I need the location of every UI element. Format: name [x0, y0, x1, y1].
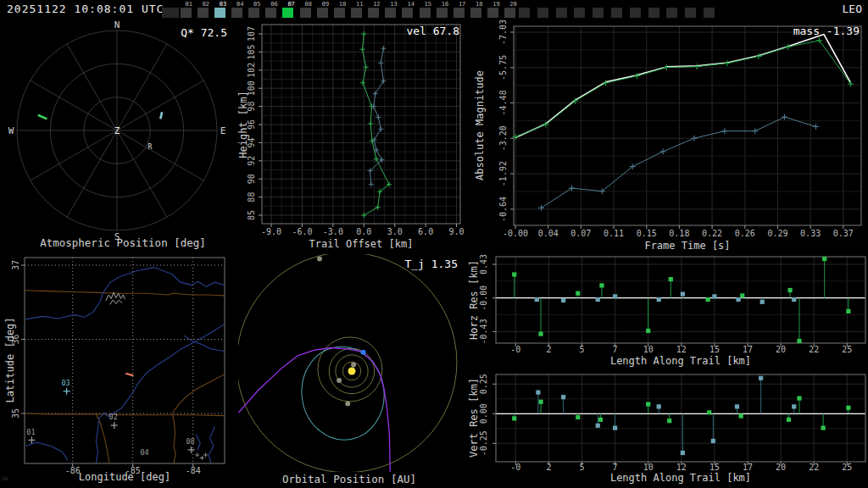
height-plot-ylabel: Height [km] — [237, 74, 249, 175]
svg-text:03: 03 — [61, 379, 70, 387]
svg-text:-3.20: -3.20 — [498, 125, 508, 151]
svg-text:20: 20 — [776, 463, 786, 472]
svg-text:22: 22 — [809, 463, 819, 472]
tisserand-stat: T_j 1.35 — [373, 258, 458, 270]
svg-text:2: 2 — [546, 463, 551, 472]
svg-text:15: 15 — [709, 345, 720, 354]
svg-text:0.15: 0.15 — [637, 229, 657, 238]
svg-text:17: 17 — [743, 345, 753, 354]
svg-text:0.43: 0.43 — [479, 254, 488, 274]
svg-text:5: 5 — [579, 345, 584, 354]
svg-text:5: 5 — [579, 463, 584, 472]
svg-text:2: 2 — [546, 345, 551, 354]
svg-text:N: N — [114, 19, 120, 30]
svg-text:105: 105 — [247, 44, 256, 59]
magnitude-plot: -0.000.040.070.110.150.180.220.260.290.3… — [498, 19, 861, 238]
svg-text:0.22: 0.22 — [702, 229, 722, 238]
orbital-position-plot — [236, 252, 457, 474]
svg-text:0.0: 0.0 — [356, 227, 371, 236]
svg-text:-6.0: -6.0 — [292, 227, 312, 236]
height-profile-plot: -9.0-6.0-3.00.03.06.09.01071051021009896… — [247, 25, 465, 236]
svg-text:3.0: 3.0 — [387, 227, 403, 236]
svg-text:0.33: 0.33 — [800, 229, 821, 238]
svg-text:-0.00: -0.00 — [479, 286, 488, 311]
svg-text:12: 12 — [676, 345, 687, 354]
svg-text:12: 12 — [676, 463, 687, 472]
svg-text:04: 04 — [140, 448, 148, 457]
map-ylabel: Latitude [deg] — [4, 305, 16, 415]
svg-text:-0.43: -0.43 — [479, 319, 488, 344]
svg-text:0.26: 0.26 — [735, 229, 755, 238]
svg-text:15: 15 — [709, 463, 720, 472]
svg-text:6.0: 6.0 — [418, 227, 433, 236]
svg-text:01: 01 — [26, 428, 35, 436]
svg-text:W: W — [8, 125, 14, 136]
svg-text:0.11: 0.11 — [604, 229, 624, 238]
svg-text:20: 20 — [776, 345, 786, 354]
svg-text:0.18: 0.18 — [669, 229, 689, 238]
svg-text:-0: -0 — [510, 463, 520, 472]
vert-res-ylabel: Vert Res [km] — [468, 371, 480, 464]
atmospheric-plot-title: Atmospheric Position [deg] — [21, 236, 225, 249]
svg-text:0.37: 0.37 — [833, 229, 854, 238]
svg-text:7: 7 — [613, 345, 618, 354]
svg-text:9.0: 9.0 — [449, 227, 465, 236]
svg-text:10: 10 — [643, 345, 654, 354]
orbital-plot-title: Orbital Position [AU] — [256, 473, 442, 485]
svg-text:02: 02 — [109, 413, 118, 421]
svg-text:-1.92: -1.92 — [498, 161, 508, 186]
svg-text:-0.25: -0.25 — [479, 430, 488, 456]
svg-text:107: 107 — [247, 26, 256, 42]
vert-res-xlabel: Length Along Trail [km] — [585, 472, 776, 484]
atmospheric-position-plot: NSWEZR — [8, 19, 226, 242]
svg-text:22: 22 — [809, 345, 819, 354]
svg-text:-0.00: -0.00 — [503, 229, 528, 238]
meteor-analysis-dashboard: 20251122 10:08:01 UTC LEO 01020304050607… — [0, 0, 868, 488]
vert-residuals-plot: -0257101215172022250.250.00-0.25 — [479, 374, 865, 472]
svg-text:85: 85 — [247, 210, 256, 220]
map-watermark: GW — [2, 475, 8, 481]
svg-text:0.00: 0.00 — [479, 403, 488, 424]
height-plot-xlabel: Trail Offset [km] — [276, 238, 446, 250]
svg-text:25: 25 — [842, 345, 852, 354]
svg-text:17: 17 — [743, 463, 753, 472]
svg-text:0.29: 0.29 — [767, 229, 787, 238]
svg-text:Z: Z — [114, 125, 120, 136]
ground-map-plot: 0102030804-86-85-84373635 — [11, 258, 225, 475]
magnitude-plot-xlabel: Frame Time [s] — [603, 240, 772, 252]
horz-res-ylabel: Horz Res [km] — [468, 253, 480, 347]
svg-text:E: E — [220, 125, 226, 136]
svg-text:10: 10 — [643, 463, 654, 472]
horz-res-xlabel: Length Along Trail [km] — [585, 355, 776, 367]
svg-text:-9.0: -9.0 — [261, 227, 281, 236]
svg-text:08: 08 — [186, 437, 194, 446]
map-xlabel: Longitude [deg] — [40, 471, 209, 483]
svg-text:25: 25 — [842, 463, 852, 472]
svg-text:0.25: 0.25 — [479, 374, 488, 394]
svg-text:88: 88 — [247, 192, 256, 202]
svg-text:37: 37 — [11, 260, 20, 270]
mass-stat: mass -1.39 — [741, 25, 860, 37]
svg-text:-0.64: -0.64 — [498, 197, 508, 222]
svg-text:-0: -0 — [510, 345, 520, 354]
velocity-stat: vel 67.8 — [356, 25, 459, 37]
svg-text:-3.0: -3.0 — [323, 227, 343, 236]
svg-text:-7.03: -7.03 — [498, 19, 508, 45]
svg-text:R: R — [148, 143, 153, 151]
svg-text:-5.75: -5.75 — [498, 55, 508, 80]
q-star-stat: Q* 72.5 — [142, 26, 227, 39]
horz-residuals-plot: -0257101215172022250.43-0.00-0.43 — [479, 254, 865, 354]
svg-text:0.07: 0.07 — [570, 229, 591, 238]
svg-text:0.04: 0.04 — [538, 229, 559, 238]
magnitude-plot-ylabel: Absolute Magnitude — [474, 58, 486, 193]
svg-text:-4.48: -4.48 — [498, 90, 508, 115]
svg-text:7: 7 — [613, 463, 618, 472]
